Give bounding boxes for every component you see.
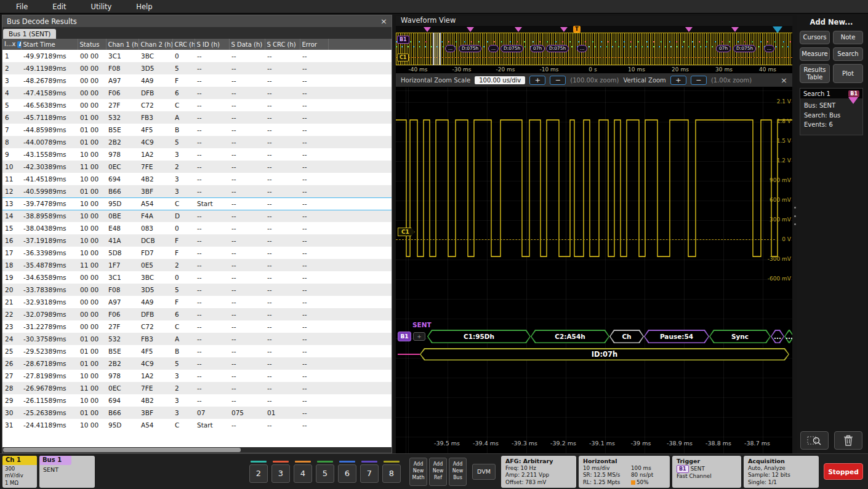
add-new-bus-button[interactable]: AddNewBus	[449, 458, 467, 486]
h-zoom-out-button[interactable]: −	[550, 76, 566, 85]
channel-button-6[interactable]: 6	[338, 464, 356, 483]
channel-button-5[interactable]: 5	[316, 464, 334, 483]
table-row[interactable]: 27-27.81989ms10 009781A23--------	[2, 370, 392, 382]
column-header[interactable]: S Data (h)	[229, 39, 265, 50]
zoom-close-icon[interactable]: ×	[781, 76, 787, 85]
bus-segment[interactable]: ...	[771, 330, 784, 343]
search-event-marker[interactable]	[685, 27, 693, 32]
table-row[interactable]: 12-40.59989ms01 00B663BF3--------	[2, 185, 392, 197]
table-row[interactable]: 11-41.45189ms10 006944B23--------	[2, 173, 392, 185]
channel-button-7[interactable]: 7	[360, 464, 379, 483]
add-cursors-button[interactable]: Cursors	[800, 31, 830, 44]
dvm-button[interactable]: DVM	[472, 464, 496, 480]
column-header[interactable]: S CRC (h)	[265, 39, 300, 50]
table-row[interactable]: 7-44.85989ms01 00B5E4F5B--------	[2, 124, 392, 136]
menu-item-edit[interactable]: Edit	[52, 2, 66, 11]
search-panel[interactable]: Search 1 B1 Bus: SENTSearch: BusEvents: …	[800, 88, 863, 135]
waveform-display[interactable]: 2.1 V1.8 V1.5 V1.2 V900 mV600 mV300 mV0 …	[396, 87, 792, 453]
horizontal-scrollbar[interactable]	[2, 447, 392, 453]
close-icon[interactable]: ×	[380, 17, 387, 25]
b1-bus-badge[interactable]: B1	[398, 332, 411, 341]
table-row[interactable]: 31-24.41189ms10 0095DA54CStart------	[2, 419, 392, 431]
table-row[interactable]: 5-46.56389ms00 0027FC72C--------	[2, 99, 392, 111]
table-row[interactable]: 24-30.37589ms01 00532FB3A--------	[2, 333, 392, 345]
table-row[interactable]: 13-39.74789ms10 0095DA54CStart------	[2, 197, 392, 210]
zoom-window-indicator[interactable]	[433, 33, 441, 65]
channel-button-4[interactable]: 4	[294, 464, 312, 483]
table-row[interactable]: 28-26.96789ms11 000EC7FE2--------	[2, 382, 392, 394]
overview-c1-badge[interactable]: C1	[397, 54, 409, 62]
table-row[interactable]: 3-48.26789ms00 00A974A9F--------	[2, 74, 392, 87]
table-row[interactable]: 10-42.30389ms11 000EC7FE2--------	[2, 161, 392, 173]
bus-segment[interactable]: Ch	[609, 330, 644, 343]
tab-bus1-sent[interactable]: Bus 1 (SENT)	[3, 29, 56, 39]
channel-button-3[interactable]: 3	[271, 464, 290, 483]
bus-segment[interactable]: Sync	[709, 330, 771, 343]
afg-panel[interactable]: AFG: Arbitrary Freq: 10 HzAmp: 2.211 Vpp…	[501, 456, 576, 488]
table-row[interactable]: 25-29.52389ms01 00B5E4F5B--------	[2, 345, 392, 357]
table-row[interactable]: 6-45.71189ms01 00532FB3A--------	[2, 111, 392, 124]
add-search-button[interactable]: Search	[833, 47, 863, 61]
table-row[interactable]: 22-32.07989ms00 00F06DFB6--------	[2, 308, 392, 320]
table-row[interactable]: 2-49.11989ms00 00F083D55--------	[2, 62, 392, 74]
bus-segment[interactable]: C1:95Dh	[427, 330, 531, 343]
column-header[interactable]: Status	[78, 39, 106, 50]
column-header[interactable]: Error	[300, 39, 328, 50]
column-header[interactable]: CRC (h)	[172, 39, 195, 50]
channel-button-8[interactable]: 8	[382, 464, 401, 483]
stopped-button[interactable]: Stopped	[824, 463, 863, 480]
h-zoom-in-button[interactable]: +	[529, 76, 545, 85]
table-row[interactable]: 26-28.67189ms01 002B24C95--------	[2, 357, 392, 370]
channel-4[interactable]: 4	[294, 461, 312, 483]
table-row[interactable]: 4-47.41589ms00 00F06DFB6--------	[2, 87, 392, 99]
add-new-ref-button[interactable]: AddNewRef	[429, 458, 447, 486]
channel-button-2[interactable]: 2	[249, 464, 268, 483]
channel-5[interactable]: 5	[316, 461, 334, 483]
add-results-table-button[interactable]: Results Table	[800, 64, 830, 83]
table-row[interactable]: 29-26.11589ms10 006944B23--------	[2, 394, 392, 407]
table-row[interactable]: 9-43.15589ms10 009781A23--------	[2, 148, 392, 161]
add-note-button[interactable]: Note	[833, 31, 863, 44]
search-event-marker[interactable]	[424, 27, 431, 32]
acquisition-panel[interactable]: Acquisition Auto, AnalyzeSample: 12 bits…	[744, 456, 819, 488]
column-header[interactable]: Chan 2 (h)	[139, 39, 172, 50]
table-row[interactable]: 30-25.26389ms01 00B663BF30707501--	[2, 407, 392, 419]
table-row[interactable]: 15-38.04389ms10 00E480830--------	[2, 222, 392, 234]
table-row[interactable]: 18-35.48789ms11 001F70E52--------	[2, 259, 392, 271]
horizontal-panel[interactable]: Horizontal 10 ms/div100 msSR: 12.5 MS/s8…	[579, 456, 670, 488]
delete-button[interactable]	[834, 431, 862, 450]
v-zoom-out-button[interactable]: −	[691, 76, 707, 85]
column-header[interactable]: Chan 1 (h)	[106, 39, 139, 50]
search-event-marker[interactable]	[515, 27, 522, 32]
channel-3[interactable]: 3	[271, 461, 290, 483]
table-row[interactable]: 19-34.63589ms00 003C13BC0--------	[2, 271, 392, 284]
channel-7[interactable]: 7	[360, 461, 379, 483]
table-row[interactable]: 23-31.22789ms00 0027FC72C--------	[2, 320, 392, 333]
table-row[interactable]: 16-37.19189ms10 0041ADCBF--------	[2, 234, 392, 247]
menu-item-file[interactable]: File	[16, 2, 28, 11]
table-row[interactable]: 17-36.33989ms10 005D8FD7F--------	[2, 247, 392, 259]
bus-expand-button[interactable]: +	[413, 332, 425, 341]
bus-segment[interactable]: ...	[784, 330, 792, 343]
table-row[interactable]: 1-49.97189ms00 003C13BC0--------	[2, 50, 392, 62]
bus-segment[interactable]: Pause:54	[644, 330, 709, 343]
search-event-marker[interactable]	[731, 27, 739, 32]
menu-item-help[interactable]: Help	[136, 2, 152, 11]
trigger-marker[interactable]: T	[573, 26, 581, 33]
table-row[interactable]: 20-33.78389ms00 00F083D55--------	[2, 284, 392, 296]
v-zoom-in-button[interactable]: +	[670, 76, 686, 85]
zoom-mode-button[interactable]	[800, 431, 829, 450]
search-event-marker[interactable]	[560, 27, 568, 32]
id-segment[interactable]: ID:07h	[420, 348, 789, 360]
ch1-badge-panel[interactable]: Ch 1 300 mV/div1 MΩ500 MHzBw	[2, 456, 37, 488]
table-row[interactable]: 14-38.89589ms10 000BEF4AD--------	[2, 210, 392, 222]
overview-strip[interactable]: B1 C1 ...D:075h...D:075h07hD:075h...07hD…	[396, 33, 792, 66]
zoom-scale-value[interactable]: 100.00 us/div	[475, 76, 525, 84]
table-row[interactable]: 21-32.93189ms00 00A974A9F--------	[2, 296, 392, 308]
scrollbar-thumb[interactable]	[3, 448, 241, 452]
bus-segment[interactable]: C2:A54h	[531, 330, 609, 343]
menu-item-utility[interactable]: Utility	[91, 2, 112, 11]
add-plot-button[interactable]: Plot	[833, 64, 863, 83]
overview-b1-badge[interactable]: B1	[397, 36, 409, 44]
bus1-badge-panel[interactable]: Bus 1 SENT	[39, 456, 95, 488]
